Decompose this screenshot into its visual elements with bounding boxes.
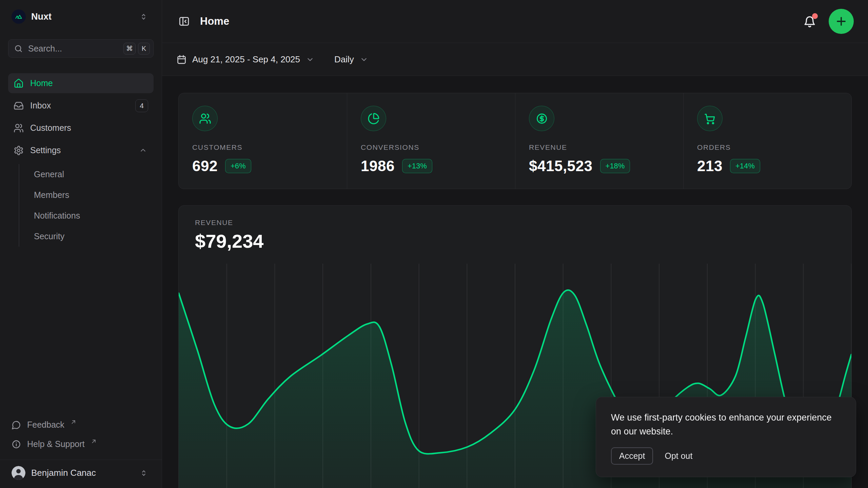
gear-icon (14, 145, 24, 156)
sidebar-item-label: Inbox (30, 101, 51, 110)
team-switcher[interactable]: Nuxt (8, 7, 154, 26)
plus-icon (835, 15, 848, 28)
create-button[interactable] (829, 9, 854, 34)
sidebar-item-label: Customers (30, 123, 71, 133)
sidebar-item-members[interactable]: Members (31, 185, 154, 205)
stat-label: ORDERS (697, 143, 838, 151)
sidebar-item-label: Settings (30, 145, 61, 155)
stat-value: 1986 (361, 158, 395, 175)
settings-subnav: General Members Notifications Security (19, 164, 154, 247)
circle-dollar-icon (536, 113, 548, 125)
stat-value: 692 (192, 158, 218, 175)
panel-left-close-icon (178, 16, 190, 27)
chevron-up-icon (138, 146, 148, 155)
stat-value: 213 (697, 158, 723, 175)
users-icon (14, 123, 24, 133)
search-input[interactable]: Search... ⌘ K (8, 39, 154, 58)
stat-conversions[interactable]: CONVERSIONS 1986 +13% (347, 93, 515, 189)
stat-customers[interactable]: CUSTOMERS 692 +6% (179, 93, 347, 189)
sidebar-nav: Home Inbox 4 Customers (8, 73, 154, 247)
stat-icon-circle (529, 106, 554, 131)
filter-toolbar: Aug 21, 2025 - Sep 4, 2025 Daily (162, 43, 868, 76)
sidebar-item-label: Feedback (27, 420, 64, 430)
chevron-down-icon (305, 55, 315, 64)
cookie-banner: We use first-party cookies to enhance yo… (596, 397, 856, 477)
avatar (12, 466, 25, 480)
stat-value: $415,523 (529, 158, 593, 175)
collapse-sidebar-button[interactable] (176, 14, 192, 29)
users-icon (199, 113, 211, 125)
kbd-k: K (138, 43, 150, 55)
sidebar-item-home[interactable]: Home (8, 73, 154, 93)
notification-dot (812, 13, 818, 19)
search-icon (14, 44, 23, 53)
stat-delta-badge: +13% (402, 159, 432, 173)
page-title: Home (200, 15, 229, 27)
stats-card: CUSTOMERS 692 +6% CONVERSIONS (178, 93, 852, 189)
external-link-icon (71, 419, 76, 425)
stat-label: REVENUE (529, 143, 670, 151)
stat-delta-badge: +6% (225, 159, 251, 173)
sidebar-divider (0, 460, 162, 460)
shopping-cart-icon (704, 113, 716, 125)
stat-revenue[interactable]: REVENUE $415,523 +18% (515, 93, 683, 189)
sidebar-item-notifications[interactable]: Notifications (31, 205, 154, 226)
stat-icon-circle (192, 106, 218, 131)
date-range-label: Aug 21, 2025 - Sep 4, 2025 (192, 54, 300, 65)
revenue-chart-value: $79,234 (195, 230, 835, 252)
stat-icon-circle (361, 106, 386, 131)
notifications-button[interactable] (801, 13, 818, 30)
sidebar-item-label: Home (30, 78, 53, 88)
chevron-down-icon (359, 55, 369, 64)
sidebar-item-inbox[interactable]: Inbox 4 (8, 96, 154, 116)
stat-orders[interactable]: ORDERS 213 +14% (683, 93, 851, 189)
user-menu[interactable]: Benjamin Canac (8, 461, 154, 482)
granularity-label: Daily (334, 54, 354, 65)
stat-icon-circle (697, 106, 723, 131)
home-icon (14, 78, 24, 88)
stat-delta-badge: +18% (600, 159, 630, 173)
cookie-optout-button[interactable]: Opt out (658, 448, 698, 464)
stat-delta-badge: +14% (730, 159, 760, 173)
chart-pie-icon (368, 113, 380, 125)
search-kbd-group: ⌘ K (123, 43, 150, 55)
team-name: Nuxt (31, 12, 52, 22)
chevrons-up-down-icon (139, 469, 148, 477)
sidebar-item-customers[interactable]: Customers (8, 118, 154, 138)
sidebar-item-feedback[interactable]: Feedback (8, 415, 154, 434)
stat-label: CUSTOMERS (192, 143, 333, 151)
user-name: Benjamin Canac (31, 468, 96, 478)
sidebar-item-security[interactable]: Security (31, 226, 154, 247)
sidebar: Nuxt Search... ⌘ K Home (0, 0, 162, 488)
nuxt-logo (12, 9, 26, 24)
date-range-picker[interactable]: Aug 21, 2025 - Sep 4, 2025 (176, 54, 315, 65)
message-circle-icon (12, 420, 21, 430)
revenue-chart-label: REVENUE (195, 219, 835, 227)
cookie-accept-button[interactable]: Accept (611, 447, 653, 465)
sidebar-item-help-support[interactable]: Help & Support (8, 435, 154, 453)
sidebar-item-general[interactable]: General (31, 164, 154, 185)
page-header: Home (162, 0, 868, 43)
calendar-icon (176, 54, 187, 65)
kbd-meta: ⌘ (123, 43, 136, 55)
external-link-icon (91, 439, 97, 444)
search-placeholder: Search... (28, 44, 62, 54)
inbox-icon (14, 101, 24, 111)
chevrons-up-down-icon (139, 12, 148, 21)
info-circle-icon (12, 440, 21, 449)
sidebar-footer: Feedback Help & Support (8, 415, 154, 482)
sidebar-item-label: Help & Support (27, 439, 85, 449)
stat-label: CONVERSIONS (361, 143, 501, 151)
sidebar-item-settings[interactable]: Settings (8, 140, 154, 160)
inbox-count-badge: 4 (135, 99, 148, 112)
granularity-select[interactable]: Daily (334, 54, 369, 65)
cookie-message: We use first-party cookies to enhance yo… (611, 411, 841, 439)
